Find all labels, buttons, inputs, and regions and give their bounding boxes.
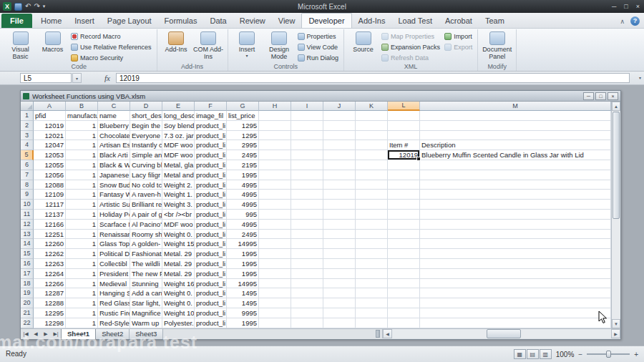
- vertical-scrollbar[interactable]: ▲ ▼: [611, 102, 620, 328]
- cell-K19[interactable]: [356, 288, 388, 298]
- cell-F1[interactable]: image_fil: [195, 111, 227, 121]
- cell-K5[interactable]: [356, 150, 388, 160]
- cell-H17[interactable]: [259, 269, 291, 279]
- tab-add-ins[interactable]: Add-Ins: [352, 14, 392, 28]
- cell-I15[interactable]: [291, 249, 323, 259]
- cell-B21[interactable]: 1: [66, 308, 98, 318]
- row-header-10[interactable]: 10: [21, 200, 34, 210]
- cell-M19[interactable]: [420, 288, 611, 298]
- cell-J8[interactable]: [323, 180, 356, 190]
- cell-E14[interactable]: Weight 15: [162, 239, 195, 249]
- row-header-4[interactable]: 4: [21, 140, 34, 150]
- row-header-16[interactable]: 16: [21, 259, 34, 269]
- cell-I12[interactable]: [291, 220, 323, 230]
- tab-acrobat[interactable]: Acrobat: [439, 14, 479, 28]
- cell-E16[interactable]: Metal. 29: [162, 259, 195, 269]
- cell-C1[interactable]: name: [98, 111, 130, 121]
- cell-L14[interactable]: [388, 239, 420, 249]
- cell-E13[interactable]: Weight 0.: [162, 230, 195, 240]
- row-header-1[interactable]: 1: [21, 111, 34, 121]
- cell-G11[interactable]: 995: [227, 210, 259, 220]
- zoom-slider[interactable]: [587, 353, 630, 355]
- row-header-21[interactable]: 21: [21, 308, 34, 318]
- cell-C2[interactable]: Blueberry: [98, 121, 130, 131]
- cell-G10[interactable]: 4995: [227, 200, 259, 210]
- cell-J6[interactable]: [323, 160, 356, 170]
- scroll-left-icon[interactable]: ◀: [383, 329, 392, 338]
- cell-J13[interactable]: [323, 230, 356, 240]
- source-button[interactable]: Source: [347, 31, 379, 54]
- cell-H19[interactable]: [259, 288, 291, 298]
- cell-J3[interactable]: [323, 131, 356, 141]
- tab-team[interactable]: Team: [479, 14, 511, 28]
- cell-B1[interactable]: manufactu: [66, 111, 98, 121]
- cell-G17[interactable]: 1995: [227, 269, 259, 279]
- cell-B20[interactable]: 1: [66, 298, 98, 308]
- document-panel-button[interactable]: Document Panel: [481, 31, 513, 60]
- cell-I22[interactable]: [291, 318, 323, 328]
- cell-K3[interactable]: [356, 131, 388, 141]
- cell-A4[interactable]: 12047: [34, 140, 66, 150]
- cell-J12[interactable]: [323, 220, 356, 230]
- row-header-2[interactable]: 2: [21, 121, 34, 131]
- cell-A14[interactable]: 12260: [34, 239, 66, 249]
- cell-I9[interactable]: [291, 190, 323, 200]
- cell-C19[interactable]: Hanging S: [98, 288, 130, 298]
- cell-F8[interactable]: product_li: [195, 180, 227, 190]
- row-header-18[interactable]: 18: [21, 279, 34, 289]
- cell-K10[interactable]: [356, 200, 388, 210]
- cell-B19[interactable]: 1: [66, 288, 98, 298]
- cell-I5[interactable]: [291, 150, 323, 160]
- cell-C18[interactable]: Medieval: [98, 279, 130, 289]
- excel-logo-icon[interactable]: X: [3, 2, 11, 11]
- cell-E1[interactable]: long_desc: [162, 111, 195, 121]
- cell-A15[interactable]: 12262: [34, 249, 66, 259]
- cell-D20[interactable]: Star light,: [130, 298, 162, 308]
- cell-D4[interactable]: Instantly c: [130, 140, 162, 150]
- name-box-dropdown-icon[interactable]: ▾: [72, 73, 82, 83]
- insert-function-button[interactable]: fx: [100, 72, 114, 84]
- cell-B7[interactable]: 1: [66, 170, 98, 180]
- cell-D2[interactable]: Begin the: [130, 121, 162, 131]
- use-relative-references-button[interactable]: Use Relative References: [70, 41, 154, 52]
- cell-C7[interactable]: Japanese: [98, 170, 130, 180]
- row-header-9[interactable]: 9: [21, 190, 34, 200]
- cell-A8[interactable]: 12088: [34, 180, 66, 190]
- cell-E8[interactable]: Weight 2.: [162, 180, 195, 190]
- view-code-button[interactable]: View Code: [297, 41, 341, 52]
- cell-B22[interactable]: 1: [66, 318, 98, 328]
- cell-D11[interactable]: A pair of g: [130, 210, 162, 220]
- cell-B11[interactable]: 1: [66, 210, 98, 220]
- undo-icon[interactable]: ↶: [25, 0, 31, 13]
- scroll-right-icon[interactable]: ▶: [611, 329, 620, 338]
- cell-M3[interactable]: [420, 131, 611, 141]
- col-header-M[interactable]: M: [420, 102, 611, 111]
- cell-C20[interactable]: Red Glass: [98, 298, 130, 308]
- save-icon[interactable]: [14, 3, 22, 11]
- cell-J15[interactable]: [323, 249, 356, 259]
- cell-M1[interactable]: [420, 111, 611, 121]
- cell-K21[interactable]: [356, 308, 388, 318]
- cell-B5[interactable]: 1: [66, 150, 98, 160]
- tab-formulas[interactable]: Formulas: [158, 14, 204, 28]
- cell-D18[interactable]: Stunning: [130, 279, 162, 289]
- cell-G9[interactable]: 4995: [227, 190, 259, 200]
- cell-E18[interactable]: Weight 16: [162, 279, 195, 289]
- row-header-17[interactable]: 17: [21, 269, 34, 279]
- cell-G20[interactable]: 1495: [227, 298, 259, 308]
- view-shortcut-icon-1[interactable]: ▤: [527, 349, 539, 359]
- cell-F7[interactable]: product_li: [195, 170, 227, 180]
- tab-data[interactable]: Data: [203, 14, 233, 28]
- cell-I21[interactable]: [291, 308, 323, 318]
- cell-C14[interactable]: Glass Top: [98, 239, 130, 249]
- cell-D13[interactable]: Roomy sh: [130, 230, 162, 240]
- cell-I13[interactable]: [291, 230, 323, 240]
- import-button[interactable]: Import: [444, 31, 474, 41]
- cell-A2[interactable]: 12019: [34, 121, 66, 131]
- cell-H15[interactable]: [259, 249, 291, 259]
- cell-C10[interactable]: Artistic Su: [98, 200, 130, 210]
- cell-M12[interactable]: [420, 220, 611, 230]
- workbook-title-bar[interactable]: Worksheet Functions using VBA.xlsm ─ □ ×: [21, 91, 620, 102]
- col-header-F[interactable]: F: [195, 102, 227, 111]
- cell-L2[interactable]: [388, 121, 420, 131]
